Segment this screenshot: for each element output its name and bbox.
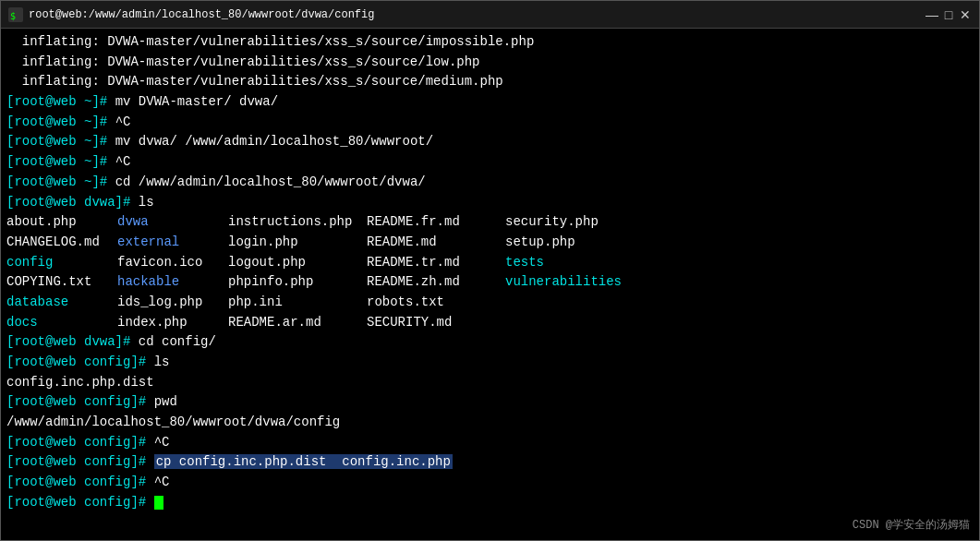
terminal-line: [root@web ~]# ^C — [6, 113, 974, 133]
titlebar: $ root@web:/www/admin/localhost_80/wwwro… — [1, 1, 979, 29]
terminal-line: [root@web ~]# ^C — [6, 152, 974, 173]
terminal-line: [root@web config]# pwd — [6, 392, 974, 413]
close-button[interactable]: ✕ — [959, 8, 972, 21]
terminal-line: [root@web config]# ls — [6, 353, 974, 373]
terminal-icon: $ — [8, 7, 23, 22]
titlebar-left: $ root@web:/www/admin/localhost_80/wwwro… — [8, 7, 374, 22]
terminal-line: configfavicon.icologout.phpREADME.tr.mdt… — [6, 253, 974, 273]
minimize-button[interactable]: — — [926, 8, 938, 21]
terminal-line: databaseids_log.phpphp.inirobots.txt — [6, 293, 974, 313]
terminal-line: [root@web config]# ^C — [6, 473, 974, 493]
watermark: CSDN @学安全的汤姆猫 — [853, 517, 970, 533]
maximize-button[interactable]: □ — [942, 8, 955, 21]
window-title: root@web:/www/admin/localhost_80/wwwroot… — [29, 8, 374, 21]
terminal-line: [root@web ~]# mv DVWA-master/ dvwa/ — [6, 92, 974, 113]
terminal-body: inflating: DVWA-master/vulnerabilities/x… — [1, 29, 979, 540]
terminal-line: inflating: DVWA-master/vulnerabilities/x… — [6, 53, 974, 73]
terminal-window: $ root@web:/www/admin/localhost_80/wwwro… — [0, 0, 980, 541]
terminal-line: [root@web dvwa]# cd config/ — [6, 332, 974, 353]
terminal-line: [root@web config]# ^C — [6, 433, 974, 453]
terminal-line: inflating: DVWA-master/vulnerabilities/x… — [6, 72, 974, 92]
terminal-line: [root@web config]# — [6, 493, 974, 513]
window-controls[interactable]: — □ ✕ — [926, 8, 972, 21]
terminal-line: [root@web dvwa]# ls — [6, 193, 974, 213]
terminal-line: docsindex.phpREADME.ar.mdSECURITY.md — [6, 313, 974, 333]
terminal-line: [root@web ~]# mv dvwa/ /www/admin/localh… — [6, 132, 974, 152]
terminal-line: about.phpdvwainstructions.phpREADME.fr.m… — [6, 212, 974, 233]
terminal-line: COPYING.txthackablephpinfo.phpREADME.zh.… — [6, 272, 974, 293]
terminal-line: [root@web config]# cp config.inc.php.dis… — [6, 452, 974, 473]
terminal-line: inflating: DVWA-master/vulnerabilities/x… — [6, 32, 974, 53]
cursor — [154, 496, 163, 510]
terminal-line: config.inc.php.dist — [6, 373, 974, 393]
terminal-line: [root@web ~]# cd /www/admin/localhost_80… — [6, 173, 974, 193]
terminal-line: CHANGELOG.mdexternallogin.phpREADME.mdse… — [6, 233, 974, 253]
terminal-line: /www/admin/localhost_80/wwwroot/dvwa/con… — [6, 413, 974, 433]
svg-text:$: $ — [10, 11, 16, 21]
